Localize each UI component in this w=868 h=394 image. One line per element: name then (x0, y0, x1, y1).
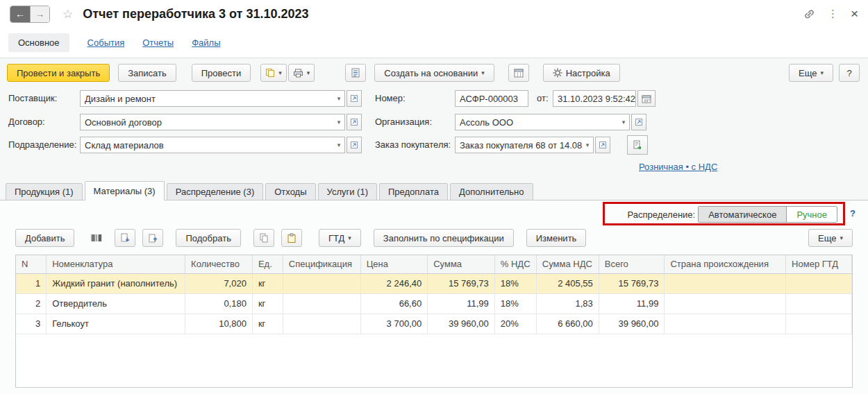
load-from-terminal-button[interactable] (115, 229, 135, 247)
contract-open-button[interactable] (347, 114, 362, 130)
cell-n[interactable]: 1 (16, 273, 47, 293)
nav-link-events[interactable]: События (87, 37, 125, 48)
customer-order-dropdown-icon[interactable]: ▾ (582, 142, 593, 148)
cell-total[interactable]: 39 960,00 (599, 314, 665, 334)
department-dropdown-icon[interactable]: ▾ (333, 142, 344, 148)
cell-unit[interactable]: кг (252, 314, 283, 334)
department-open-button[interactable] (347, 137, 362, 153)
nav-link-reports[interactable]: Отчеты (142, 37, 174, 48)
print-button[interactable]: ▾ (288, 64, 315, 82)
cell-quantity[interactable]: 7,020 (185, 273, 253, 293)
cell-total[interactable]: 11,99 (599, 293, 665, 314)
cell-specification[interactable] (283, 314, 360, 334)
cell-n[interactable]: 2 (16, 293, 47, 314)
unload-to-terminal-button[interactable] (142, 229, 163, 247)
favorite-star-icon[interactable]: ☆ (62, 7, 73, 22)
contract-dropdown-icon[interactable]: ▾ (333, 119, 344, 126)
table-row[interactable]: 1 Жидкий гранит (наполнитель) 7,020 кг 2… (16, 273, 852, 293)
cell-vat-sum[interactable]: 1,83 (536, 293, 599, 314)
table-row[interactable]: 2 Отвердитель 0,180 кг 66,60 11,99 18% 1… (16, 293, 852, 314)
document-movements-button[interactable] (508, 64, 529, 82)
cell-sum[interactable]: 15 769,73 (428, 273, 495, 293)
nav-link-files[interactable]: Файлы (192, 37, 220, 48)
cell-gtd-number[interactable] (786, 314, 852, 334)
barcode-scan-button[interactable] (85, 229, 108, 247)
supplier-dropdown-icon[interactable]: ▾ (333, 95, 344, 102)
calendar-button[interactable] (637, 90, 656, 107)
copy-document-button[interactable]: ▾ (260, 64, 287, 82)
cell-country[interactable] (665, 293, 786, 314)
organization-field[interactable]: Ассоль ООО ▾ (455, 114, 630, 130)
tab-additional[interactable]: Дополнительно (450, 183, 533, 200)
tab-services[interactable]: Услуги (1) (318, 183, 377, 200)
tab-waste[interactable]: Отходы (265, 183, 315, 200)
number-field[interactable]: АСФР-000003 (455, 90, 528, 107)
cell-specification[interactable] (283, 293, 360, 314)
customer-order-open-button[interactable] (595, 137, 610, 153)
cell-vat-sum[interactable]: 2 405,55 (536, 273, 599, 293)
menu-kebab-button[interactable]: ⋮ (828, 8, 838, 20)
paste-rows-button[interactable] (281, 229, 302, 247)
department-field[interactable]: Склад материалов ▾ (80, 137, 345, 153)
cell-sum[interactable]: 39 960,00 (428, 314, 495, 334)
tab-distribution[interactable]: Распределение (3) (167, 183, 264, 200)
more-button[interactable]: Еще ▾ (789, 64, 833, 82)
register-report-button[interactable] (345, 64, 366, 82)
table-row[interactable]: 3 Гелькоут 10,800 кг 3 700,00 39 960,00 … (16, 314, 852, 334)
tab-materials[interactable]: Материалы (3) (85, 181, 165, 200)
copy-link-button[interactable] (803, 8, 815, 20)
organization-open-button[interactable] (631, 114, 646, 130)
cell-quantity[interactable]: 0,180 (185, 293, 253, 314)
settings-button[interactable]: Настройка (543, 64, 620, 82)
fill-by-spec-button[interactable]: Заполнить по спецификации (374, 229, 514, 247)
cell-price[interactable]: 3 700,00 (360, 314, 427, 334)
cell-country[interactable] (665, 314, 786, 334)
gtd-button[interactable]: ГТД ▾ (319, 229, 361, 247)
distribution-auto-button[interactable]: Автоматическое (699, 207, 786, 222)
tab-prepayment[interactable]: Предоплата (379, 183, 448, 200)
cell-gtd-number[interactable] (786, 273, 852, 293)
customer-order-field[interactable]: Заказ покупателя 68 от 14.08.202 ▾ (455, 137, 594, 153)
edit-button[interactable]: Изменить (526, 229, 587, 247)
cell-total[interactable]: 15 769,73 (599, 273, 665, 293)
post-button[interactable]: Провести (192, 64, 251, 82)
create-based-on-button[interactable]: Создать на основании ▾ (374, 64, 494, 82)
contract-field[interactable]: Основной договор ▾ (80, 114, 345, 130)
cell-n[interactable]: 3 (16, 314, 47, 334)
supplier-open-button[interactable] (347, 90, 362, 107)
cell-unit[interactable]: кг (252, 293, 283, 314)
back-button[interactable]: ← (10, 6, 30, 22)
cell-sum[interactable]: 11,99 (428, 293, 495, 314)
close-button[interactable]: × (851, 6, 858, 22)
distribution-manual-button[interactable]: Ручное (786, 207, 837, 222)
cell-specification[interactable] (283, 273, 360, 293)
cell-vat-percent[interactable]: 18% (494, 273, 536, 293)
cell-nomenclature[interactable]: Отвердитель (47, 293, 185, 314)
cell-vat-sum[interactable]: 6 660,00 (536, 314, 599, 334)
cell-unit[interactable]: кг (252, 273, 283, 293)
table-more-button[interactable]: Еще ▾ (808, 229, 853, 247)
help-button[interactable]: ? (839, 64, 860, 82)
post-and-close-button[interactable]: Провести и закрыть (7, 64, 110, 82)
add-button[interactable]: Добавить (15, 229, 74, 247)
cell-nomenclature[interactable]: Гелькоут (47, 314, 185, 334)
distribution-help-link[interactable]: ? (850, 208, 856, 219)
supplier-field[interactable]: Дизайн и ремонт ▾ (80, 90, 345, 107)
cell-nomenclature[interactable]: Жидкий гранит (наполнитель) (47, 273, 185, 293)
copy-rows-button[interactable] (253, 229, 274, 247)
organization-dropdown-icon[interactable]: ▾ (618, 119, 629, 126)
pick-button[interactable]: Подобрать (176, 229, 240, 247)
cell-price[interactable]: 2 246,40 (360, 273, 427, 293)
create-linked-document-button[interactable] (627, 135, 648, 155)
cell-quantity[interactable]: 10,800 (185, 314, 253, 334)
cell-price[interactable]: 66,60 (360, 293, 427, 314)
cell-gtd-number[interactable] (786, 293, 852, 314)
cell-vat-percent[interactable]: 18% (494, 293, 536, 314)
cell-vat-percent[interactable]: 20% (494, 314, 536, 334)
tab-products[interactable]: Продукция (1) (6, 183, 83, 200)
date-field[interactable]: 31.10.2023 9:52:42 (553, 90, 636, 107)
save-button[interactable]: Записать (118, 64, 176, 82)
cell-country[interactable] (665, 273, 786, 293)
forward-button[interactable]: → (30, 6, 49, 22)
price-type-link[interactable]: Розничная • с НДС (639, 162, 717, 172)
